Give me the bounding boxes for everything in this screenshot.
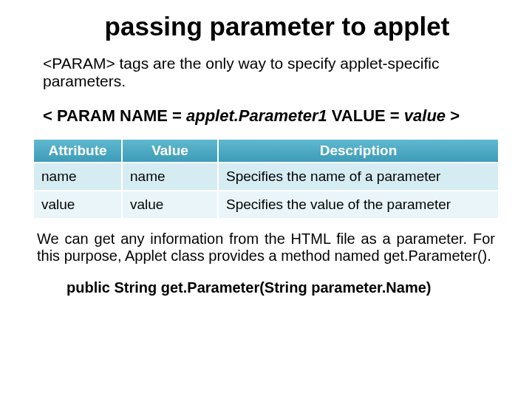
cell-value: name [122, 163, 218, 191]
cell-desc: Specifies the value of the parameter [218, 191, 499, 219]
cell-attr: name [33, 163, 122, 191]
syntax-mid: VALUE = [327, 106, 404, 125]
intro-text: <PARAM> tags are the only way to specify… [43, 55, 489, 90]
syntax-param1: applet.Parameter1 [186, 106, 327, 125]
page-title: passing parameter to applet [52, 12, 502, 41]
slide: passing parameter to applet <PARAM> tags… [0, 0, 532, 311]
attributes-table: Attribute Value Description name name Sp… [33, 139, 499, 219]
syntax-line: < PARAM NAME = applet.Parameter1 VALUE =… [43, 106, 489, 126]
table-row: value value Specifies the value of the p… [33, 191, 499, 219]
syntax-param2: value [404, 106, 446, 125]
cell-value: value [122, 191, 218, 219]
cell-desc: Specifies the name of a parameter [218, 163, 499, 191]
method-signature: public String get.Parameter(String param… [66, 279, 502, 296]
syntax-post: > [446, 106, 460, 125]
cell-attr: value [33, 191, 122, 219]
table-row: name name Specifies the name of a parame… [33, 163, 499, 191]
col-header-value: Value [122, 139, 218, 163]
table-header-row: Attribute Value Description [33, 139, 499, 163]
col-header-attribute: Attribute [33, 139, 122, 163]
body-paragraph: We can get any information from the HTML… [37, 231, 495, 265]
syntax-pre: < PARAM NAME = [43, 106, 186, 125]
col-header-description: Description [218, 139, 499, 163]
